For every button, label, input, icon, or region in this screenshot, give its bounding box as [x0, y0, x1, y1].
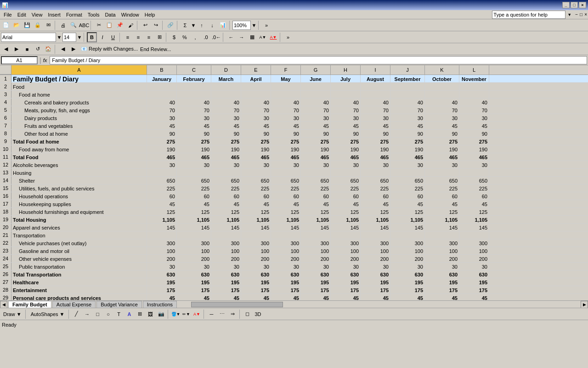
cell-value[interactable]: [241, 91, 271, 98]
cell-value[interactable]: 190: [177, 145, 211, 153]
cell-value[interactable]: [271, 91, 301, 98]
cell-value[interactable]: [331, 231, 361, 239]
cell-label[interactable]: Housing: [11, 169, 147, 177]
cell-value[interactable]: 225: [301, 184, 331, 192]
cell-value[interactable]: 60: [390, 192, 425, 200]
fill-color-btn[interactable]: 🪣▼: [171, 309, 181, 319]
paste-button[interactable]: 📌: [115, 20, 125, 30]
col-header-a[interactable]: A: [11, 65, 147, 75]
cell-value[interactable]: 90: [459, 130, 489, 138]
cell-value[interactable]: [271, 83, 301, 91]
cell-value[interactable]: 30: [147, 114, 177, 122]
cell-value[interactable]: 45: [425, 200, 459, 208]
cell-label[interactable]: Apparel and services: [11, 224, 147, 231]
increase-indent[interactable]: →: [237, 32, 247, 42]
cell-value[interactable]: 1,105: [459, 216, 489, 224]
cell-value[interactable]: 100: [177, 247, 211, 255]
menu-insert[interactable]: Insert: [45, 11, 63, 18]
cell-value[interactable]: 125: [271, 208, 301, 216]
cell-value[interactable]: 45: [361, 200, 390, 208]
cell-label[interactable]: Utilities, fuels, and public services: [11, 184, 147, 192]
cell-value[interactable]: 300: [271, 239, 301, 247]
sheet-tab-instructions[interactable]: Instructions: [143, 301, 177, 308]
cell-value[interactable]: [301, 169, 331, 177]
cell-value[interactable]: 30: [271, 114, 301, 122]
cell-value[interactable]: 650: [390, 177, 425, 184]
percent-button[interactable]: %: [180, 32, 190, 42]
menu-file[interactable]: File: [1, 11, 15, 18]
cell-value[interactable]: 175: [147, 286, 177, 294]
horizontal-scrollbar[interactable]: ◀ Family Budget Actual Expense Budget Va…: [0, 300, 588, 308]
cell-value[interactable]: 90: [211, 130, 241, 138]
col-header-f[interactable]: F: [271, 65, 301, 75]
cell-label[interactable]: Shelter: [11, 177, 147, 184]
cell-value[interactable]: 225: [459, 184, 489, 192]
col-header-e[interactable]: E: [241, 65, 271, 75]
font-family-dropdown[interactable]: ▼: [57, 32, 62, 42]
cell-value[interactable]: 195: [361, 278, 390, 286]
cell-value[interactable]: 45: [211, 294, 241, 300]
cell-value[interactable]: 100: [271, 247, 301, 255]
cell-value[interactable]: 200: [425, 255, 459, 263]
cell-value[interactable]: 145: [331, 224, 361, 231]
cell-value[interactable]: 630: [361, 270, 390, 278]
cell-value[interactable]: 45: [331, 200, 361, 208]
increase-decimal[interactable]: .0: [201, 32, 211, 42]
cell-value[interactable]: 1,105: [211, 216, 241, 224]
cell-value[interactable]: [211, 169, 241, 177]
cell-value[interactable]: 650: [361, 177, 390, 184]
cell-value[interactable]: 200: [301, 255, 331, 263]
cell-value[interactable]: 90: [177, 130, 211, 138]
cell-value[interactable]: 40: [331, 98, 361, 106]
cell-value[interactable]: 195: [301, 278, 331, 286]
cell-value[interactable]: 40: [361, 98, 390, 106]
cell-value[interactable]: 465: [177, 153, 211, 161]
help-input[interactable]: [492, 11, 565, 19]
cell-value[interactable]: 30: [361, 263, 390, 270]
sheet-tab-family-budget[interactable]: Family Budget: [8, 301, 51, 308]
cell-value[interactable]: 650: [147, 177, 177, 184]
cell-value[interactable]: 145: [147, 224, 177, 231]
cell-value[interactable]: 40: [271, 98, 301, 106]
cell-value[interactable]: 275: [390, 138, 425, 145]
cell-value[interactable]: [361, 83, 390, 91]
more-buttons[interactable]: »: [261, 20, 271, 30]
scroll-left-btn[interactable]: ◀: [0, 301, 7, 308]
cell-value[interactable]: [425, 83, 459, 91]
cell-value[interactable]: 275: [177, 138, 211, 145]
cell-value[interactable]: 30: [147, 263, 177, 270]
cell-value[interactable]: 30: [241, 161, 271, 169]
col-header-g[interactable]: G: [301, 65, 331, 75]
cell-value[interactable]: 30: [301, 161, 331, 169]
cell-value[interactable]: 190: [271, 145, 301, 153]
cell-value[interactable]: 30: [425, 263, 459, 270]
cell-value[interactable]: 275: [301, 138, 331, 145]
cell-value[interactable]: [331, 91, 361, 98]
currency-button[interactable]: $: [169, 32, 179, 42]
prev-change[interactable]: ◀: [58, 44, 68, 54]
nav-refresh[interactable]: ↺: [33, 44, 43, 54]
cell-value[interactable]: 60: [211, 192, 241, 200]
cell-value[interactable]: 45: [177, 200, 211, 208]
print-button[interactable]: 🖨: [58, 20, 68, 30]
cell-value[interactable]: 630: [147, 270, 177, 278]
autosum-button[interactable]: Σ: [180, 20, 190, 30]
hyperlink-button[interactable]: 🔗: [165, 20, 175, 30]
shadow-btn[interactable]: ◻: [243, 309, 253, 319]
cell-value[interactable]: 60: [301, 192, 331, 200]
cell-value[interactable]: 1,105: [241, 216, 271, 224]
cell-value[interactable]: 300: [177, 239, 211, 247]
cell-label[interactable]: Other vehicle expenses: [11, 255, 147, 263]
cell-value[interactable]: 300: [425, 239, 459, 247]
cell-value[interactable]: [331, 169, 361, 177]
cell-value[interactable]: 145: [425, 224, 459, 231]
cell-value[interactable]: 465: [331, 153, 361, 161]
clipart-btn[interactable]: 🖼: [146, 309, 156, 319]
cell-value[interactable]: 145: [390, 224, 425, 231]
col-header-d[interactable]: D: [211, 65, 241, 75]
cell-value[interactable]: 145: [241, 224, 271, 231]
cell-value[interactable]: [241, 83, 271, 91]
cell-value[interactable]: 630: [271, 270, 301, 278]
cell-value[interactable]: 45: [147, 122, 177, 130]
cell-value[interactable]: [390, 231, 425, 239]
